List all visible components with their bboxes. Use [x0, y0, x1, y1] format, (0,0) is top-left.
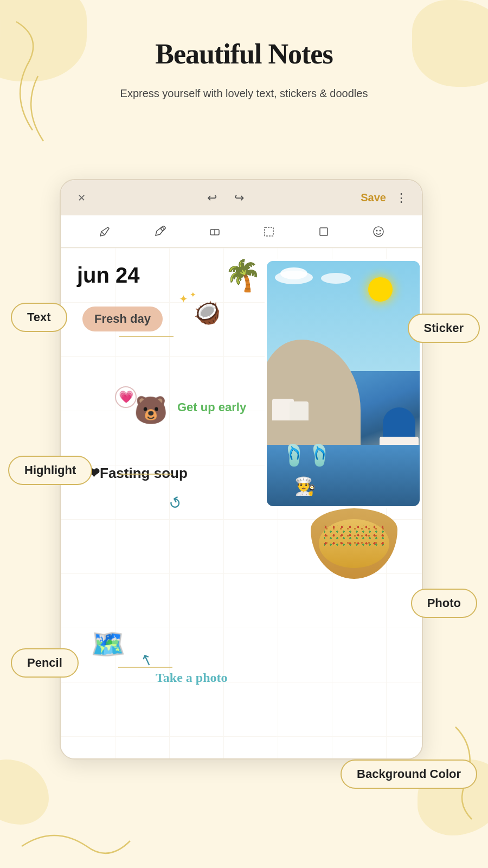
- device-toolbar: [61, 215, 422, 248]
- sun-rays-sticker2: ✦: [190, 290, 196, 299]
- highlight-connector: [118, 469, 172, 480]
- text-connector: [119, 331, 174, 342]
- pencil-tool[interactable]: [95, 222, 114, 241]
- sticker-label-pill[interactable]: Sticker: [408, 314, 480, 343]
- sun-rays-sticker: ✦: [179, 292, 188, 305]
- note-text-photo: Take a photo: [156, 671, 228, 685]
- photo-label-pill[interactable]: Photo: [411, 589, 477, 618]
- text-label-pill[interactable]: Text: [11, 303, 67, 332]
- topbar-center: ↩ ↪: [203, 189, 248, 207]
- highlight-fresh-day: Fresh day: [82, 307, 163, 331]
- note-date: jun 24: [77, 263, 140, 288]
- svg-rect-4: [320, 228, 328, 235]
- santorini-photo: [265, 259, 422, 508]
- shape-tool[interactable]: [314, 222, 333, 241]
- device-frame: ✕ ↩ ↪ Save ⋮: [60, 179, 423, 760]
- topbar-left: ✕: [73, 189, 90, 207]
- bg-decoration-4: [0, 760, 49, 825]
- deco-curves-bottom: [22, 825, 130, 868]
- coconut-sticker: 🥥: [194, 300, 221, 326]
- undo-button[interactable]: ↩: [203, 189, 221, 207]
- emoji-tool[interactable]: [369, 222, 388, 241]
- svg-point-7: [379, 229, 381, 231]
- heart-bubble-sticker: 💗: [115, 386, 137, 408]
- close-button[interactable]: ✕: [73, 189, 90, 207]
- redo-button[interactable]: ↪: [230, 189, 248, 207]
- topbar-right: Save ⋮: [361, 189, 410, 207]
- highlight-label-pill[interactable]: Highlight: [8, 456, 92, 485]
- pen-tool[interactable]: [150, 222, 169, 241]
- bear-sticker: 🐻: [134, 394, 168, 426]
- pencil-label-pill[interactable]: Pencil: [11, 648, 79, 678]
- more-button[interactable]: ⋮: [393, 189, 410, 207]
- eraser-tool[interactable]: [204, 222, 224, 241]
- postcards-sticker: 🗺️: [91, 628, 126, 661]
- svg-rect-3: [265, 227, 273, 236]
- svg-point-6: [376, 229, 377, 231]
- squiggle-decoration: ↺: [165, 493, 185, 514]
- device-topbar: ✕ ↩ ↪ Save ⋮: [61, 180, 422, 215]
- flipflop-sticker: 🩴🩴: [281, 443, 332, 467]
- deco-curves: [0, 33, 98, 141]
- bg-decoration-2: [412, 0, 488, 87]
- select-tool[interactable]: [259, 222, 279, 241]
- pencil-connector: [118, 662, 172, 673]
- note-content: jun 24 Fresh day 🥥 ✦ ✦: [61, 248, 422, 758]
- svg-point-5: [374, 227, 383, 237]
- soup-bowl-area: [305, 481, 403, 579]
- note-text-getup: Get up early: [177, 400, 246, 416]
- save-button[interactable]: Save: [361, 192, 386, 204]
- bgcolor-label-pill[interactable]: Background Color: [341, 760, 477, 789]
- palm-tree-sticker: 🌴: [224, 258, 262, 293]
